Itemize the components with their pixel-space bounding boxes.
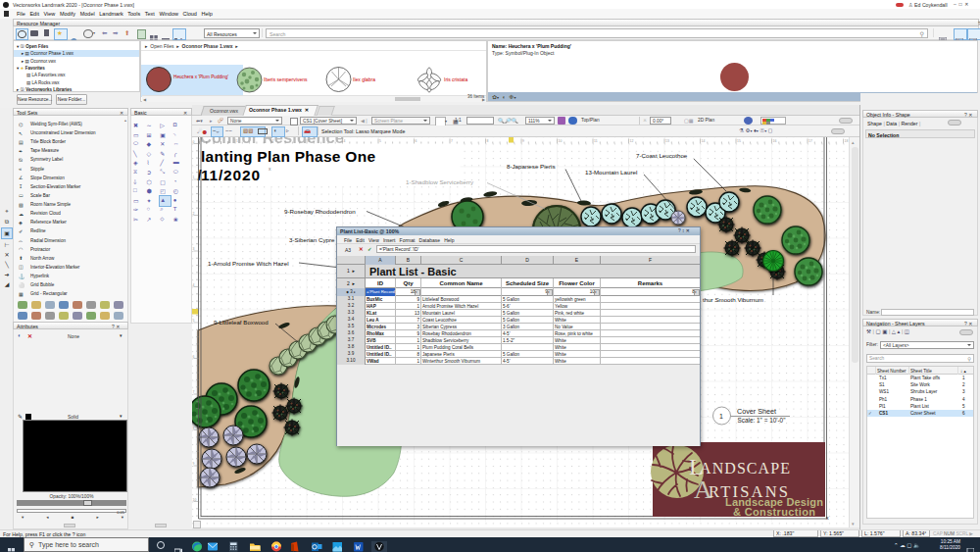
svg-text:5: 5: [193, 319, 195, 323]
svg-text:Cover Sheet: Cover Sheet: [737, 407, 776, 416]
svg-text:0: 0: [193, 140, 195, 144]
svg-text:9: 9: [522, 139, 524, 143]
svg-text:6: 6: [193, 355, 195, 359]
svg-text:7: 7: [451, 139, 453, 143]
svg-text:1-Arnold Promise Witch Hazel: 1-Arnold Promise Witch Hazel: [208, 260, 289, 267]
svg-text:0: 0: [201, 139, 203, 143]
svg-text:2: 2: [272, 139, 274, 143]
svg-text:14: 14: [702, 139, 706, 143]
svg-text:10: 10: [559, 139, 563, 143]
svg-text:8-Japanese Pieris: 8-Japanese Pieris: [507, 163, 556, 170]
svg-text:8: 8: [487, 139, 489, 143]
svg-text:6: 6: [416, 139, 417, 143]
svg-text:7-Coast Leucothoe: 7-Coast Leucothoe: [636, 152, 688, 159]
svg-text:8: 8: [193, 427, 195, 430]
svg-text:1-Shadblow Serviceberry: 1-Shadblow Serviceberry: [406, 178, 474, 185]
svg-text:18: 18: [845, 139, 849, 143]
svg-text:1: 1: [719, 413, 723, 420]
svg-text:9-Littleleaf Boxwood: 9-Littleleaf Boxwood: [214, 319, 269, 326]
svg-text:2: 2: [193, 212, 195, 216]
svg-text:10: 10: [193, 498, 197, 502]
svg-text:3: 3: [193, 247, 195, 251]
svg-text:11/2020: 11/2020: [201, 167, 260, 183]
svg-text:15: 15: [737, 139, 741, 143]
svg-text:1: 1: [236, 139, 238, 143]
svg-text:3: 3: [308, 139, 310, 143]
svg-text:4: 4: [344, 139, 346, 143]
svg-text:1: 1: [193, 176, 195, 179]
svg-text:5: 5: [379, 139, 381, 143]
svg-text:lanting Plan Phase One: lanting Plan Phase One: [201, 148, 375, 165]
svg-text:9-Rosebay Rhododendron: 9-Rosebay Rhododendron: [284, 208, 356, 215]
svg-text:12: 12: [630, 139, 634, 143]
svg-text:17: 17: [808, 139, 812, 143]
svg-text:& Construction: & Construction: [733, 506, 815, 518]
svg-text:thur Smooth Viburnum: thur Smooth Viburnum: [703, 296, 763, 303]
svg-text:ANDSCAPE: ANDSCAPE: [700, 460, 790, 477]
svg-text:11: 11: [594, 139, 598, 143]
svg-text:Scale: 1" = 10'-0": Scale: 1" = 10'-0": [738, 417, 786, 424]
svg-text:13-Mountain Laurel: 13-Mountain Laurel: [585, 169, 637, 176]
svg-text:3-Siberian Cypre: 3-Siberian Cypre: [289, 236, 335, 243]
svg-text:4: 4: [193, 283, 195, 287]
svg-text:16: 16: [773, 139, 777, 143]
svg-text:9: 9: [193, 462, 195, 466]
svg-text:7: 7: [193, 390, 195, 394]
svg-text:13: 13: [665, 139, 669, 143]
